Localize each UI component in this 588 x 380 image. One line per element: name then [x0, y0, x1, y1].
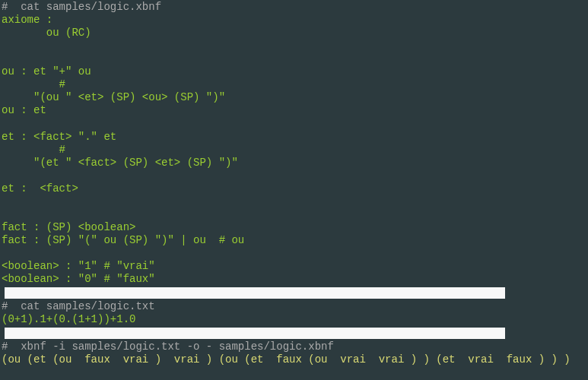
terminal-line: fact : (SP) <boolean> — [2, 221, 586, 234]
terminal-line: "(ou " <et> (SP) <ou> (SP) ")" — [2, 91, 586, 104]
terminal-line: <boolean> : "0" # "faux" — [2, 273, 586, 286]
terminal-line — [2, 247, 586, 260]
prompt-highlight-block — [5, 287, 505, 299]
terminal-output: # cat samples/logic.xbnfaxiome : ou (RC)… — [2, 1, 586, 366]
terminal-line: fact : (SP) "(" ou (SP) ")" | ou # ou — [2, 234, 586, 247]
terminal-line — [2, 40, 586, 52]
terminal-line: "(et " <fact> (SP) <et> (SP) ")" — [2, 157, 586, 169]
terminal-line — [2, 169, 586, 182]
terminal-line — [2, 208, 586, 221]
terminal-line: et : <fact> "." et — [2, 131, 586, 144]
terminal-line — [2, 52, 586, 65]
terminal-line — [2, 118, 586, 131]
terminal-line: et : <fact> — [2, 182, 586, 195]
terminal-line: # cat samples/logic.txt — [2, 300, 586, 313]
terminal-line: ou : et "+" ou — [2, 65, 586, 78]
terminal-line: <boolean> : "1" # "vrai" — [2, 260, 586, 273]
terminal-line: ou (RC) — [2, 27, 586, 40]
terminal-line: ou : et — [2, 104, 586, 117]
terminal-line: axiome : — [2, 14, 586, 27]
terminal-line: # cat samples/logic.xbnf — [2, 1, 586, 14]
terminal-line: # — [2, 78, 586, 91]
terminal-line: (ou (et (ou faux vrai ) vrai ) (ou (et f… — [2, 353, 586, 366]
terminal-line: # — [2, 144, 586, 157]
terminal-line — [2, 195, 586, 208]
prompt-highlight-block — [5, 328, 505, 339]
terminal-line: (0+1).1+(0.(1+1))+1.0 — [2, 313, 586, 326]
terminal-line: # xbnf -i samples/logic.txt -o - samples… — [2, 340, 586, 353]
